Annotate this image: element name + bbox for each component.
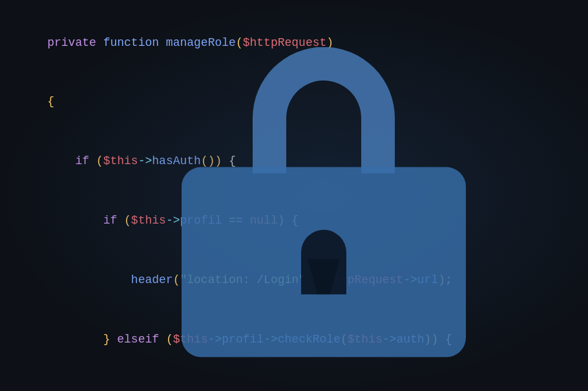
- fn-checkrole: checkRole: [278, 333, 341, 346]
- paren-open: (: [236, 36, 243, 49]
- paren-4: ): [278, 214, 285, 227]
- var-this-3: $this: [173, 333, 208, 346]
- code-background: private function manageRole($httpRequest…: [0, 0, 588, 391]
- paren-9: )): [425, 333, 439, 346]
- paren-open-2: (: [96, 154, 103, 167]
- keyword-function: function: [103, 36, 166, 49]
- arrow-2: ->: [166, 214, 180, 227]
- keyword-if-2: if: [103, 214, 124, 227]
- code-line-5: header("location: /Login" $httpRequest->…: [19, 250, 569, 310]
- prop-url: url: [417, 273, 438, 286]
- prop-profil-2: profil: [222, 333, 264, 346]
- space: [306, 273, 320, 286]
- plain-3: {: [438, 333, 452, 346]
- prop-profil: profil: [180, 214, 222, 227]
- arrow-1: ->: [138, 154, 152, 167]
- paren-3: (: [124, 214, 131, 227]
- prop-auth: auth: [396, 333, 424, 346]
- indent2: [47, 214, 103, 227]
- indent4: [47, 333, 103, 346]
- method-hasauth: hasAuth: [152, 154, 201, 167]
- arrow-6: ->: [383, 333, 397, 346]
- plain-2: {: [285, 214, 299, 227]
- arrow-3: ->: [403, 273, 417, 286]
- arrow-5: ->: [264, 333, 278, 346]
- code-line-4: if ($this->profil == null) {: [19, 191, 569, 250]
- code-line-3: if ($this->hasAuth()) {: [19, 132, 569, 191]
- var-this-2: $this: [131, 214, 166, 227]
- var-httprequest: $httpRequest: [320, 273, 404, 286]
- param-httprequest: $httpRequest: [243, 36, 327, 49]
- code-line-6: } elseif ($this->profil->checkRole($this…: [19, 310, 569, 369]
- code-line-1: private function manageRole($httpRequest…: [19, 13, 569, 72]
- paren-close-2: ): [215, 154, 222, 167]
- brace-close-1: }: [103, 333, 118, 346]
- indent: [47, 154, 75, 167]
- fn-header: header: [131, 273, 173, 286]
- paren-6: ): [438, 273, 445, 286]
- function-name: manageRole: [166, 36, 236, 49]
- code-line-7: return true;: [19, 369, 569, 391]
- paren-close: ): [326, 36, 333, 49]
- var-this-4: $this: [348, 333, 383, 346]
- paren-8: (: [341, 333, 348, 346]
- keyword-if-1: if: [75, 154, 96, 167]
- string-location: "location: /Login": [180, 273, 305, 286]
- eq-eq: ==: [222, 214, 249, 227]
- paren-call: (): [201, 154, 215, 167]
- code-line-2: {: [19, 72, 569, 132]
- keyword-null: null: [250, 214, 278, 227]
- var-this-1: $this: [103, 154, 138, 167]
- paren-5: (: [173, 273, 180, 286]
- indent3: [47, 273, 131, 286]
- semi-1: ;: [445, 273, 452, 286]
- brace-open: {: [47, 95, 54, 108]
- keyword-elseif: elseif: [117, 333, 166, 346]
- plain-1: {: [222, 154, 236, 167]
- keyword-private: private: [47, 36, 103, 49]
- paren-7: (: [166, 333, 173, 346]
- arrow-4: ->: [208, 333, 222, 346]
